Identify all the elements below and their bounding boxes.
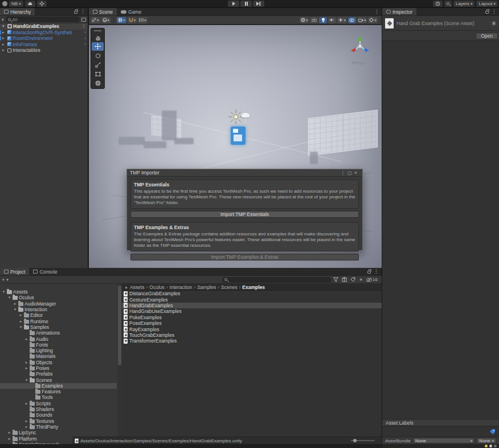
open-prefab-icon[interactable]: › [84,36,88,41]
account-dropdown[interactable]: NB ▾ [9,1,23,7]
search-by-label-button[interactable] [350,277,355,282]
breadcrumb-item[interactable]: Assets [130,284,145,290]
tree-item[interactable]: ▸Runtime [0,318,117,324]
panel-menu-icon[interactable]: ⋮ [374,9,379,14]
scene-options-icon[interactable]: ⋮ [81,24,88,28]
tab-scene[interactable]: Scene [89,8,117,15]
tree-item[interactable]: Animations [0,330,117,336]
create-dropdown[interactable]: ▾ [2,18,4,22]
expand-arrow-icon[interactable]: ▸ [2,30,6,35]
tree-item[interactable]: ▸Audio [0,336,117,341]
file-item[interactable]: RayExamples [122,326,382,332]
scene-viewport[interactable]: Persp TMP Importer ⋮ ▢ × TMP Essentials … [89,25,382,268]
expand-arrow-icon[interactable]: ▾ [2,24,6,28]
settings-button[interactable] [37,1,47,7]
asset-labels-header[interactable]: Asset Labels [382,419,499,426]
hidden-objects-count[interactable]: 16 [366,277,378,282]
global-search-button[interactable] [444,1,452,7]
directional-light-gizmo[interactable] [228,109,243,124]
move-tool[interactable] [92,42,104,51]
search-filter-icon[interactable] [81,18,86,22]
dialog-menu-icon[interactable]: ⋮ [340,170,345,176]
panel-menu-icon[interactable]: ⋮ [492,9,497,14]
transform-tool[interactable] [92,79,104,87]
expand-arrow-icon[interactable]: ▾ [7,295,11,300]
scrollbar-thumb[interactable] [118,286,121,365]
tree-item[interactable]: ▸Textures [0,418,117,424]
breadcrumb-item[interactable]: Examples [242,284,265,290]
expand-arrow-icon[interactable]: ▸ [24,401,28,406]
tab-inspector[interactable]: Inspector [382,8,416,15]
account-avatar[interactable] [2,1,7,6]
file-item[interactable]: PokeExamples [122,315,382,320]
lock-icon[interactable] [367,271,371,274]
tab-project[interactable]: Project [0,268,29,275]
collapse-list-icon[interactable]: ▲ [124,285,128,289]
tree-scrollbar[interactable] [117,284,122,448]
hierarchy-item[interactable]: ▸InteractionRigOVR-Syntheti› [0,30,88,36]
hierarchy-item[interactable]: ▸RoomEnvironment› [0,35,88,42]
tree-item[interactable]: ▸AudioManager [0,301,117,307]
snap-settings-dropdown[interactable]: ▾ [128,17,137,23]
toggle-2d-button[interactable]: 2D [310,17,318,23]
close-icon[interactable]: × [354,170,357,176]
tree-item[interactable]: ▾Interaction [0,307,117,312]
tree-item[interactable]: Materials [0,353,117,359]
favorites-star-icon[interactable]: ★ [359,277,363,282]
tree-item[interactable]: Prefabs [0,371,117,377]
expand-arrow-icon[interactable]: ▸ [2,36,6,40]
expand-arrow-icon[interactable]: ▸ [19,319,23,324]
pause-button[interactable] [240,1,252,7]
tree-item[interactable]: Lighting [0,348,117,353]
play-button[interactable] [228,1,239,7]
status-log-icon[interactable] [489,445,492,447]
tab-game[interactable]: Game [117,8,145,15]
chevron-down-icon[interactable]: ▾ [6,278,9,282]
hierarchy-item[interactable]: ▸Interactables [0,47,88,54]
draw-mode-dropdown[interactable]: ▾ [91,17,100,23]
open-prefab-icon[interactable]: › [84,42,88,47]
gizmos-dropdown[interactable]: ▾ [368,17,378,23]
expand-arrow-icon[interactable]: ▸ [19,313,23,317]
expand-arrow-icon[interactable]: ▾ [24,378,28,382]
tool-handle-dropdown[interactable]: ▾ [138,17,148,23]
expand-arrow-icon[interactable]: ▸ [7,430,11,435]
orientation-gizmo[interactable] [346,32,374,59]
create-asset-button[interactable]: + [2,277,5,283]
layers-dropdown[interactable]: Layers ▾ [453,1,475,7]
effects-dropdown[interactable]: ▾ [337,17,347,23]
open-scene-button[interactable]: Open [476,32,498,39]
add-label-icon[interactable] [489,429,496,435]
tree-item[interactable]: ▸ThirdParty [0,424,117,430]
rotate-tool[interactable] [92,51,104,60]
step-button[interactable] [253,1,264,7]
expand-arrow-icon[interactable]: ▸ [13,302,17,306]
gizmo-z-axis[interactable] [364,47,369,52]
scale-tool[interactable] [92,60,104,69]
tree-item[interactable]: Tools [0,394,117,400]
tree-item[interactable]: ▸Editor [0,312,117,318]
expand-arrow-icon[interactable]: ▾ [13,307,17,312]
file-item[interactable]: TransformerExamples [122,338,382,344]
file-item[interactable]: PoseExamples [122,320,382,326]
lighting-toggle[interactable] [319,17,327,23]
tree-item[interactable]: ▾Samples [0,324,117,330]
file-item[interactable]: HandGrabUseExamples [122,308,382,314]
assetbundle-dropdown[interactable]: None ▾ [413,438,475,443]
gizmo-x-axis[interactable] [351,47,356,52]
shading-dropdown[interactable]: ▾ [101,17,111,23]
expand-arrow-icon[interactable]: ▾ [2,290,6,294]
breadcrumb-item[interactable]: Oculus [149,284,164,290]
tab-hierarchy[interactable]: Hierarchy [0,8,35,15]
expand-arrow-icon[interactable]: ▸ [24,366,28,370]
tree-item[interactable]: ▸LipSync [0,430,117,435]
tree-item[interactable]: Shaders [0,406,117,412]
layout-dropdown[interactable]: Layout ▾ [476,1,498,7]
expand-arrow-icon[interactable]: ▸ [24,337,28,341]
file-item[interactable]: HandGrabExamples [122,303,382,308]
undo-history-button[interactable] [433,1,443,7]
tree-item[interactable]: ▸Objects [0,360,117,365]
panel-menu-icon[interactable]: ⋮ [80,9,85,14]
expand-arrow-icon[interactable]: ▸ [7,437,11,441]
slider-knob[interactable] [353,439,357,442]
